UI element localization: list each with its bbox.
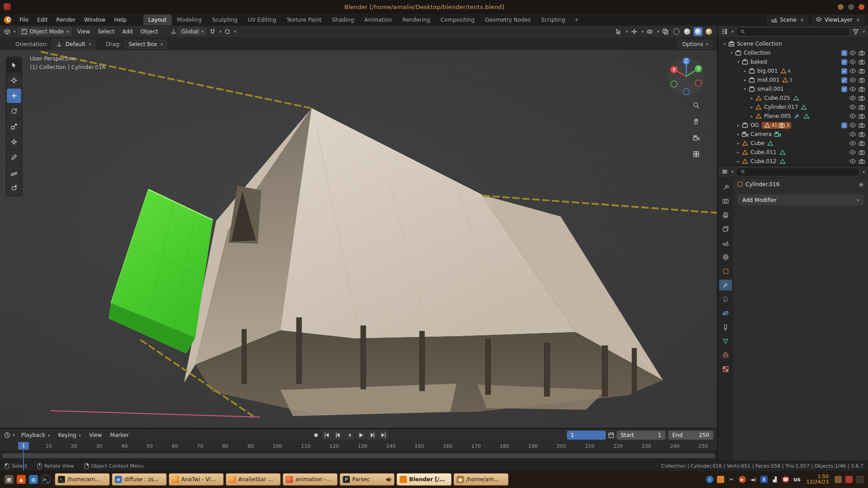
playback-jump-start-button[interactable] — [322, 431, 332, 440]
close-button[interactable] — [859, 4, 864, 10]
scene-selector[interactable]: Scene × — [767, 15, 808, 25]
hide-eye-toggle[interactable] — [849, 67, 856, 75]
proportional-editing-icon[interactable] — [223, 27, 232, 36]
viewport-menu-add[interactable]: Add — [118, 27, 136, 36]
timeline-track[interactable] — [0, 451, 717, 461]
outliner-item-name[interactable]: big.001 — [757, 68, 778, 74]
outliner-item-name[interactable]: Cylinder.017 — [764, 104, 798, 110]
properties-tab-modifiers[interactable] — [719, 280, 732, 291]
outliner-editor-icon[interactable] — [721, 28, 728, 35]
render-camera-toggle[interactable] — [858, 103, 865, 111]
outliner-item-name[interactable]: baked — [750, 59, 767, 65]
zoom-icon[interactable] — [691, 100, 702, 111]
tab-scripting[interactable]: Scripting — [536, 14, 570, 25]
tab-uv-editing[interactable]: UV Editing — [243, 14, 281, 25]
add-modifier-button[interactable]: Add Modifier▾ — [738, 195, 863, 205]
outliner-search-input[interactable] — [748, 29, 846, 35]
properties-editor-icon[interactable] — [721, 168, 728, 175]
collection-checkbox[interactable]: ✓ — [841, 59, 847, 65]
tab-layout[interactable]: Layout — [143, 14, 172, 25]
expand-arrow[interactable]: ▸ — [735, 123, 741, 127]
tab-sculpting[interactable]: Sculpting — [207, 14, 242, 25]
timeline-menu-marker[interactable]: Marker — [107, 431, 132, 440]
outliner-row[interactable]: ▾small.001✓ — [719, 84, 867, 94]
hide-eye-toggle[interactable] — [849, 158, 856, 165]
expand-arrow[interactable]: ▾ — [728, 51, 735, 55]
expand-arrow[interactable]: ▸ — [749, 96, 755, 100]
properties-tab-tool[interactable] — [719, 182, 732, 192]
timeline-editor-icon[interactable] — [4, 432, 11, 439]
tray-scissors-icon[interactable]: ✂ — [728, 476, 735, 483]
outliner-item-name[interactable]: Cube — [750, 140, 764, 146]
properties-tab-data[interactable] — [719, 336, 732, 347]
outliner-row[interactable]: ▸Cube — [719, 139, 867, 148]
show-overlays-icon[interactable] — [645, 27, 654, 36]
tray-media-play-icon[interactable]: ▶ — [739, 476, 746, 483]
outliner-item-name[interactable]: mid.001 — [757, 77, 779, 83]
menu-render[interactable]: Render — [52, 15, 80, 24]
outliner-item-name[interactable]: OG — [750, 122, 759, 128]
frame-start-field[interactable]: Start1 — [617, 431, 665, 440]
render-camera-toggle[interactable] — [858, 113, 865, 120]
gizmo-axis-neg-y[interactable] — [671, 81, 677, 87]
tray-color-icon[interactable] — [717, 476, 724, 483]
tab-texture-paint[interactable]: Texture Paint — [282, 14, 326, 25]
maximize-button[interactable] — [848, 4, 854, 10]
timeline-menu-playback[interactable]: Playback ▾ — [18, 431, 54, 440]
expand-arrow[interactable]: ▾ — [742, 87, 748, 91]
tab-rendering[interactable]: Rendering — [397, 14, 435, 25]
taskbar-window-terminal[interactable]: >_/home/am... — [55, 473, 110, 486]
properties-tab-output[interactable] — [719, 210, 732, 221]
taskbar-window-blender[interactable]: Blender [/h... — [396, 473, 452, 486]
outliner-row[interactable]: ▾Scene Collection — [719, 39, 867, 48]
properties-tab-physics[interactable] — [719, 308, 732, 319]
tray-alert-icon[interactable] — [845, 476, 853, 483]
expand-arrow[interactable]: ▾ — [722, 42, 728, 46]
outliner-item-name[interactable]: Camera — [750, 131, 772, 137]
tool-measure[interactable] — [7, 165, 21, 180]
tool-select-box[interactable] — [7, 58, 21, 72]
properties-tab-view-layer[interactable] — [719, 224, 732, 235]
blender-logo-icon[interactable] — [4, 16, 12, 24]
expand-arrow[interactable]: ▾ — [735, 60, 741, 64]
timeline-ruler[interactable]: 1 11020304050607080901001101201301401501… — [0, 441, 717, 451]
properties-tab-material[interactable] — [719, 350, 732, 361]
tray-bluetooth-icon[interactable]: B — [760, 476, 768, 483]
render-camera-toggle[interactable] — [858, 140, 865, 147]
tool-rotate[interactable] — [7, 104, 21, 118]
render-camera-toggle[interactable] — [858, 94, 865, 102]
properties-search[interactable] — [736, 168, 860, 176]
launcher-browser-icon[interactable]: ◍ — [29, 475, 38, 484]
properties-tab-constraints[interactable] — [719, 322, 732, 333]
shading-rendered-icon[interactable] — [704, 27, 713, 36]
gizmo-axis-neg-z[interactable] — [683, 89, 689, 95]
viewport-menu-object[interactable]: Object — [137, 27, 161, 36]
tool-transform[interactable] — [7, 135, 21, 149]
options-dropdown[interactable]: Options▾ — [678, 40, 712, 49]
expand-arrow[interactable]: ▸ — [749, 105, 755, 109]
render-camera-toggle[interactable] — [858, 149, 865, 156]
properties-tab-particles[interactable] — [719, 294, 732, 305]
outliner-row[interactable]: ▸Cube.011 — [719, 148, 867, 157]
tab-shading[interactable]: Shading — [327, 14, 359, 25]
taskbar-window-firefox-red[interactable]: animation -... — [283, 473, 338, 486]
pan-hand-icon[interactable] — [691, 116, 702, 127]
hide-eye-toggle[interactable] — [849, 140, 856, 147]
shading-material-icon[interactable] — [693, 27, 703, 36]
viewlayer-selector[interactable]: ViewLayer × — [812, 15, 864, 25]
properties-search-input[interactable] — [748, 169, 856, 175]
playback-prev-frame-button[interactable] — [344, 431, 354, 440]
menu-help[interactable]: Help — [110, 15, 130, 24]
scene-unlink-icon[interactable]: × — [799, 17, 805, 23]
clock[interactable]: 1:50 12/24/23 — [805, 474, 830, 485]
editor-type-icon[interactable] — [4, 28, 11, 35]
orientation-select[interactable]: Default▾ — [52, 39, 95, 49]
menu-window[interactable]: Window — [80, 15, 109, 24]
collection-checkbox[interactable]: ✓ — [841, 86, 847, 92]
playback-next-keyframe-button[interactable] — [367, 431, 377, 440]
tool-move[interactable] — [7, 89, 21, 103]
show-gizmos-icon[interactable] — [630, 27, 639, 36]
outliner-item-name[interactable]: Cube.025 — [764, 95, 790, 101]
minimize-button[interactable] — [838, 4, 844, 10]
current-frame-field[interactable]: 1 — [567, 431, 606, 440]
